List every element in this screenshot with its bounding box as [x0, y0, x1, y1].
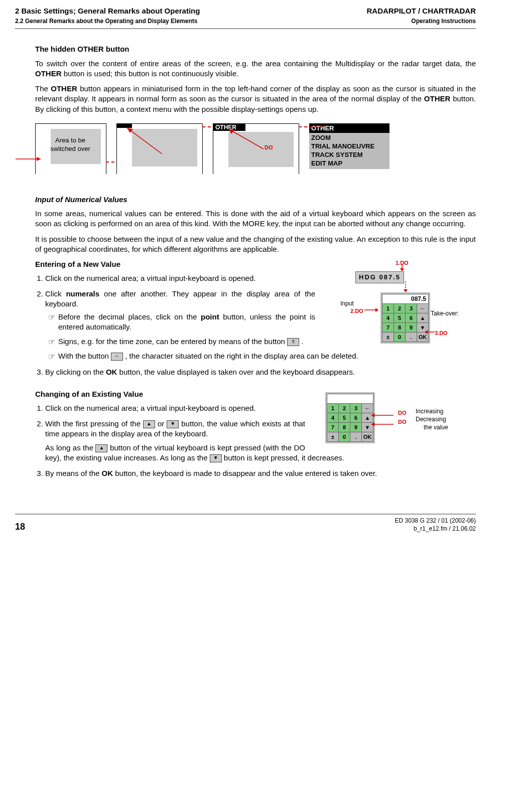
key-8[interactable]: 8 — [339, 423, 350, 432]
down-icon: ▼ — [210, 454, 222, 462]
other-context-menu: OTHER ZOOM TRIAL MANOEUVRE TRACK SYSTEM … — [309, 123, 389, 169]
keypad-display — [327, 394, 373, 404]
svg-marker-17 — [371, 422, 374, 426]
key-7[interactable]: 7 — [382, 323, 394, 333]
key-1[interactable]: 1 — [382, 304, 394, 313]
key-point[interactable]: . — [406, 333, 417, 342]
area-label: Area to be switched over — [43, 136, 98, 153]
key-3[interactable]: 3 — [350, 404, 362, 413]
key-point[interactable]: . — [350, 432, 362, 442]
note-icon: ☞ — [45, 337, 58, 348]
up-icon: ▲ — [143, 420, 155, 428]
figure-keypad-entry: 1.DO HDG 087.5 087.5 1 2 3 ← 4 5 6 — [325, 259, 476, 345]
product-name: RADARPILOT / CHARTRADAR — [367, 6, 476, 16]
virtual-keypad: 087.5 1 2 3 ← 4 5 6 ▲ 7 8 — [382, 294, 429, 342]
key-5[interactable]: 5 — [339, 413, 350, 423]
down-icon: ▼ — [167, 420, 179, 428]
page-number: 18 — [15, 521, 25, 533]
svg-marker-13 — [425, 330, 428, 334]
doc-type: Operating Instructions — [411, 17, 476, 25]
svg-line-2 — [127, 128, 162, 154]
menu-item-trial[interactable]: TRIAL MANOEUVRE — [311, 142, 387, 151]
chapter-title: 2 Basic Settings; General Remarks about … — [15, 6, 200, 16]
label-decreasing: Decreasing — [416, 415, 446, 423]
label-2do: 2.DO — [350, 307, 363, 315]
note-icon: ☞ — [45, 351, 58, 362]
paragraph: In some areas, numerical values can be e… — [35, 209, 476, 229]
sign-icon: ± — [287, 338, 299, 346]
figure-keypad-change: 1 2 3 ← 4 5 6 ▲ 7 8 9 ▼ — [315, 389, 476, 444]
key-6[interactable]: 6 — [406, 313, 417, 323]
footer-ed: ED 3038 G 232 / 01 (2002-06) — [395, 517, 476, 525]
paragraph: It is possible to choose between the inp… — [35, 234, 476, 255]
header-rule — [15, 28, 476, 29]
svg-line-4 — [228, 129, 264, 149]
svg-marker-15 — [371, 413, 374, 417]
menu-title: OTHER — [309, 123, 389, 133]
list-item: By means of the OK button, the keyboard … — [45, 468, 476, 478]
key-2[interactable]: 2 — [339, 404, 350, 413]
menu-item-zoom[interactable]: ZOOM — [311, 134, 387, 142]
diagram-other-button: Area to be switched over OTHER DO — [35, 123, 476, 184]
menu-item-editmap[interactable]: EDIT MAP — [311, 159, 387, 168]
backspace-icon: ← — [111, 353, 123, 361]
key-sign[interactable]: ± — [382, 333, 394, 342]
svg-marker-11 — [375, 308, 378, 312]
label-the-value: the value — [424, 423, 448, 431]
do-label: DO — [265, 144, 273, 151]
key-7[interactable]: 7 — [327, 423, 339, 432]
label-takeover: Take-over: — [431, 309, 459, 317]
virtual-keypad: 1 2 3 ← 4 5 6 ▲ 7 8 9 ▼ — [327, 394, 373, 442]
key-backspace[interactable]: ← — [362, 404, 373, 413]
key-sign[interactable]: ± — [327, 432, 339, 442]
paragraph: The OTHER button appears in miniaturised… — [35, 84, 476, 114]
key-9[interactable]: 9 — [350, 423, 362, 432]
key-4[interactable]: 4 — [382, 313, 394, 323]
keypad-display: 087.5 — [382, 294, 429, 304]
list-item: By clicking on the OK button, the value … — [45, 367, 476, 377]
svg-marker-1 — [37, 157, 41, 161]
key-4[interactable]: 4 — [327, 413, 339, 423]
label-3do: 3.DO — [435, 330, 448, 337]
key-ok[interactable]: OK — [362, 432, 373, 442]
up-icon: ▲ — [95, 444, 107, 452]
label-increasing: Increasing — [416, 407, 443, 415]
key-2[interactable]: 2 — [394, 304, 406, 313]
key-backspace[interactable]: ← — [417, 304, 429, 313]
key-0[interactable]: 0 — [394, 333, 406, 342]
menu-item-track[interactable]: TRACK SYSTEM — [311, 151, 387, 159]
do-label: DO — [398, 409, 407, 417]
section-title: 2.2 General Remarks about the Operating … — [15, 17, 197, 25]
heading-input-values: Input of Numerical Values — [35, 195, 476, 205]
do-label: DO — [398, 418, 407, 426]
label-input: Input — [340, 299, 354, 307]
hdg-display[interactable]: HDG 087.5 — [355, 271, 404, 283]
heading-other-button: The hidden OTHER button — [35, 44, 476, 54]
key-0[interactable]: 0 — [339, 432, 350, 442]
note-icon: ☞ — [45, 312, 58, 333]
key-8[interactable]: 8 — [394, 323, 406, 333]
key-5[interactable]: 5 — [394, 313, 406, 323]
key-9[interactable]: 9 — [406, 323, 417, 333]
key-3[interactable]: 3 — [406, 304, 417, 313]
key-up[interactable]: ▲ — [417, 313, 429, 323]
paragraph: To switch over the content of entire are… — [35, 59, 476, 79]
key-6[interactable]: 6 — [350, 413, 362, 423]
key-1[interactable]: 1 — [327, 404, 339, 413]
footer-file: b_r1_e12.fm / 21.06.02 — [395, 525, 476, 533]
